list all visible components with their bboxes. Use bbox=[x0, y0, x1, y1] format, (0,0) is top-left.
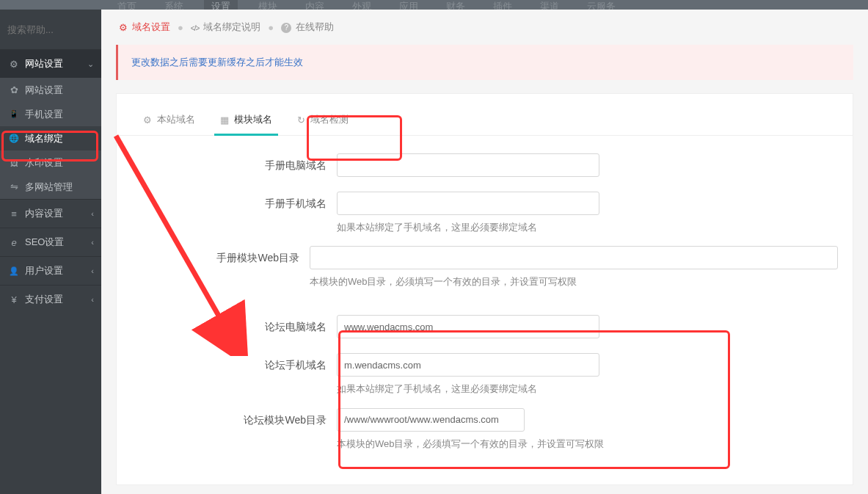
topnav-item[interactable]: 云服务 bbox=[580, 0, 623, 10]
sidebar-item-domain-binding[interactable]: 域名绑定 bbox=[0, 126, 101, 150]
topnav-item[interactable]: 应用 bbox=[392, 0, 426, 10]
field-label: 手册模块Web目录 bbox=[117, 246, 310, 269]
content-area: 域名设置 ● 域名绑定说明 ● 在线帮助 更改数据之后需要更新缓存之后才能生效 … bbox=[101, 10, 868, 494]
phone-icon bbox=[7, 109, 21, 119]
share-icon bbox=[7, 181, 21, 192]
crumb-separator: ● bbox=[178, 22, 183, 33]
gear-icon bbox=[7, 59, 21, 70]
breadcrumb: 域名设置 ● 域名绑定说明 ● 在线帮助 bbox=[101, 10, 868, 45]
sidebar-header-payment[interactable]: 支付设置 bbox=[0, 286, 101, 313]
globe-icon bbox=[7, 134, 21, 143]
forum-mobile-domain-input[interactable] bbox=[337, 353, 599, 377]
manual-pc-domain-input[interactable] bbox=[337, 153, 599, 177]
gear-icon bbox=[119, 22, 128, 33]
field-label: 论坛模块Web目录 bbox=[117, 408, 337, 432]
yen-icon bbox=[7, 294, 21, 305]
sidebar-group-label: SEO设置 bbox=[25, 236, 91, 249]
gear-icon bbox=[7, 84, 21, 95]
chevron-down-icon bbox=[87, 59, 94, 69]
sidebar-item-label: 域名绑定 bbox=[25, 132, 63, 145]
form-row-forum-webdir: 论坛模块Web目录 本模块的Web目录，必须填写一个有效的目录，并设置可写权限 bbox=[117, 408, 853, 462]
manual-webdir-input[interactable] bbox=[310, 246, 838, 269]
sidebar-group-payment: 支付设置 bbox=[0, 285, 101, 313]
topnav-item[interactable]: 模块 bbox=[251, 0, 285, 10]
tab-module-domain[interactable]: 模块域名 bbox=[214, 104, 278, 135]
sidebar-item-label: 网站设置 bbox=[25, 84, 63, 97]
crumb-label: 域名设置 bbox=[132, 21, 170, 34]
alert-text: 更改数据之后需要更新缓存之后才能生效 bbox=[131, 57, 303, 68]
browser-icon bbox=[7, 237, 21, 248]
field-help: 本模块的Web目录，必须填写一个有效的目录，并设置可写权限 bbox=[337, 437, 838, 451]
crumb-help[interactable]: 在线帮助 bbox=[281, 21, 334, 34]
sidebar-group-label: 内容设置 bbox=[25, 207, 91, 220]
forum-pc-domain-input[interactable] bbox=[337, 315, 599, 338]
alert-banner: 更改数据之后需要更新缓存之后才能生效 bbox=[116, 45, 853, 80]
chevron-left-icon bbox=[91, 266, 94, 275]
form-row-manual-webdir: 手册模块Web目录 本模块的Web目录，必须填写一个有效的目录，并设置可写权限 bbox=[117, 246, 853, 300]
crumb-label: 在线帮助 bbox=[296, 21, 334, 34]
form-row-forum-mobile: 论坛手机域名 如果本站绑定了手机域名，这里必须要绑定域名 bbox=[117, 353, 853, 407]
chevron-left-icon bbox=[91, 209, 94, 218]
topnav-item[interactable]: 渠道 bbox=[533, 0, 566, 10]
field-help: 如果本站绑定了手机域名，这里必须要绑定域名 bbox=[337, 382, 838, 396]
sidebar-item-label: 水印设置 bbox=[25, 156, 63, 170]
sidebar-group-site: 网站设置 网站设置 手机设置 域名绑定 水印设置 多网站管理 bbox=[0, 49, 101, 199]
crumb-label: 域名绑定说明 bbox=[203, 21, 260, 34]
forum-webdir-input[interactable] bbox=[337, 408, 525, 432]
sidebar-search bbox=[0, 10, 101, 49]
topnav-item[interactable]: 首页 bbox=[110, 0, 144, 10]
sidebar-item-label: 手机设置 bbox=[25, 108, 63, 121]
sidebar-header-user[interactable]: 用户设置 bbox=[0, 257, 101, 285]
sidebar-item-watermark[interactable]: 水印设置 bbox=[0, 150, 101, 175]
tab-label: 模块域名 bbox=[234, 113, 272, 126]
topnav-item[interactable]: 内容 bbox=[298, 0, 332, 10]
crumb-separator: ● bbox=[268, 22, 274, 33]
tab-domain-check[interactable]: 域名检测 bbox=[291, 104, 354, 135]
sidebar-group-seo: SEO设置 bbox=[0, 228, 101, 256]
sidebar-group-label: 网站设置 bbox=[25, 57, 87, 70]
sidebar: 网站设置 网站设置 手机设置 域名绑定 水印设置 多网站管理 bbox=[0, 0, 101, 494]
list-icon bbox=[7, 208, 21, 219]
sidebar-item-label: 多网站管理 bbox=[25, 181, 73, 194]
topnav-item[interactable]: 财务 bbox=[439, 0, 473, 10]
user-icon bbox=[7, 266, 21, 276]
refresh-icon bbox=[297, 115, 305, 126]
form-row-forum-pc: 论坛电脑域名 bbox=[117, 315, 853, 338]
tab-local-domain[interactable]: 本站域名 bbox=[137, 104, 201, 135]
topnav-item[interactable]: 设置 bbox=[204, 0, 238, 10]
form-row-manual-mobile: 手册手机域名 如果本站绑定了手机域名，这里必须要绑定域名 bbox=[117, 192, 853, 246]
manual-mobile-domain-input[interactable] bbox=[337, 192, 599, 215]
field-label: 论坛手机域名 bbox=[117, 353, 337, 377]
sidebar-item-site-settings[interactable]: 网站设置 bbox=[0, 78, 101, 102]
top-nav: 首页 系统 设置 模块 内容 外观 应用 财务 插件 渠道 云服务 bbox=[0, 0, 868, 10]
sidebar-item-multisite[interactable]: 多网站管理 bbox=[0, 175, 101, 199]
sidebar-top-gap bbox=[0, 0, 101, 10]
topnav-item[interactable]: 外观 bbox=[345, 0, 379, 10]
topnav-item[interactable]: 系统 bbox=[157, 0, 191, 10]
chevron-left-icon bbox=[91, 238, 94, 247]
help-icon bbox=[281, 21, 291, 33]
sidebar-group-label: 支付设置 bbox=[25, 293, 91, 306]
sidebar-item-mobile-settings[interactable]: 手机设置 bbox=[0, 102, 101, 126]
sidebar-header-seo[interactable]: SEO设置 bbox=[0, 228, 101, 256]
sidebar-header-content[interactable]: 内容设置 bbox=[0, 200, 101, 228]
field-label: 手册电脑域名 bbox=[117, 153, 337, 177]
sidebar-sublist: 网站设置 手机设置 域名绑定 水印设置 多网站管理 bbox=[0, 78, 101, 199]
gear-icon bbox=[143, 115, 152, 126]
sidebar-header-site[interactable]: 网站设置 bbox=[0, 50, 101, 78]
crumb-primary[interactable]: 域名设置 bbox=[119, 21, 170, 34]
form-row-manual-pc: 手册电脑域名 bbox=[117, 153, 853, 177]
code-icon bbox=[191, 22, 199, 33]
topnav-item[interactable]: 插件 bbox=[486, 0, 519, 10]
tab-strip: 本站域名 模块域名 域名检测 bbox=[117, 94, 853, 136]
chevron-left-icon bbox=[91, 295, 94, 304]
field-label: 论坛电脑域名 bbox=[117, 315, 337, 338]
field-help: 本模块的Web目录，必须填写一个有效的目录，并设置可写权限 bbox=[310, 275, 838, 288]
main-panel: 本站域名 模块域名 域名检测 手册电脑域名 手册手机域名 bbox=[116, 93, 853, 485]
tab-label: 域名检测 bbox=[310, 113, 349, 126]
image-icon bbox=[7, 159, 21, 167]
crumb-secondary[interactable]: 域名绑定说明 bbox=[191, 21, 260, 34]
field-help: 如果本站绑定了手机域名，这里必须要绑定域名 bbox=[337, 221, 838, 234]
field-label: 手册手机域名 bbox=[117, 192, 337, 215]
grid-icon bbox=[220, 115, 229, 126]
